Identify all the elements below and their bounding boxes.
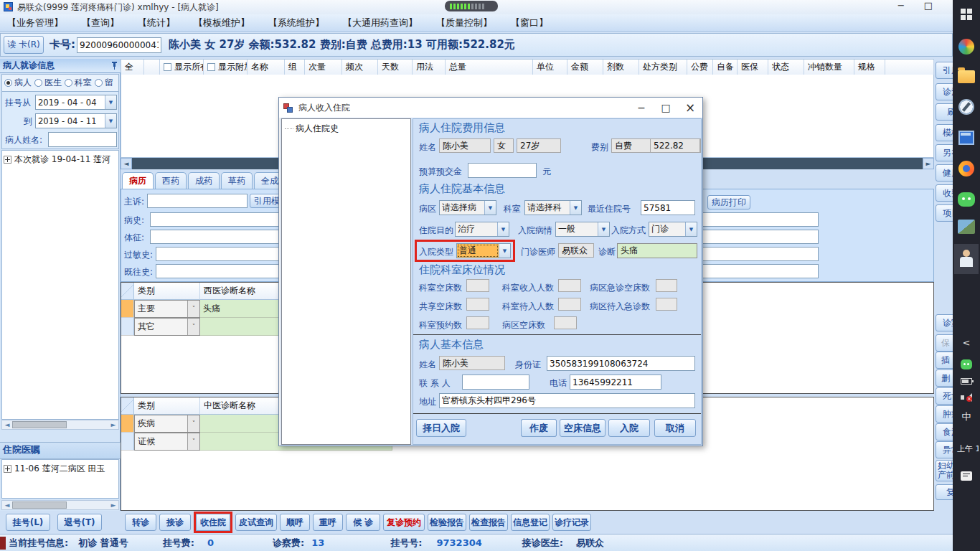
menu-item-business[interactable]: 【业务管理】 — [7, 17, 63, 29]
firefox-icon[interactable] — [958, 161, 974, 176]
refund-button[interactable]: 退号(T) — [57, 514, 102, 531]
diag-type-combo[interactable]: 主要˅ — [134, 300, 200, 318]
admit-type-combo[interactable]: 普通 ▼ — [456, 243, 511, 258]
app-window-icon[interactable] — [958, 131, 974, 145]
admit-confirm-button[interactable]: 入院 — [608, 419, 650, 437]
scroll-right-icon[interactable]: ► — [108, 420, 118, 429]
condition-combo[interactable]: 一般▼ — [555, 222, 610, 237]
radio-stay[interactable] — [95, 79, 103, 87]
scroll-left-icon[interactable]: ◄ — [2, 501, 12, 509]
prepay-input[interactable] — [468, 163, 537, 178]
active-app-icon[interactable] — [954, 244, 979, 274]
menu-item-template[interactable]: 【模板维护】 — [194, 17, 250, 29]
menu-item-system[interactable]: 【系统维护】 — [268, 17, 324, 29]
show-extra-checkbox[interactable]: 显示附加 — [204, 60, 248, 75]
cancel-button[interactable]: 取消 — [654, 419, 696, 437]
dialog-minimize-button[interactable]: − — [629, 102, 654, 113]
call-button[interactable]: 顺呼 — [280, 514, 310, 531]
folder-icon[interactable] — [958, 70, 975, 83]
dept-combo[interactable]: 请选择科▼ — [524, 200, 582, 215]
patient-name-input[interactable] — [48, 132, 117, 147]
scroll-left-icon[interactable]: ◄ — [2, 420, 12, 429]
tab-emr[interactable]: 病历 — [122, 172, 154, 189]
empty-bed-info-button[interactable]: 空床信息 — [560, 419, 606, 437]
tree-item-visit[interactable]: 本次就诊 19-04-11 莲河 — [2, 151, 118, 169]
address-input[interactable] — [439, 393, 695, 408]
start-button[interactable] — [961, 9, 972, 20]
void-button-label-fix[interactable]: 作废 — [521, 419, 557, 437]
scroll-right-icon[interactable]: ► — [108, 501, 118, 509]
tree-item-admission-history[interactable]: 病人住院史 — [282, 119, 410, 138]
visits-tree-hscrollbar[interactable]: ◄ ► — [1, 420, 119, 430]
contact-input[interactable] — [462, 375, 529, 390]
revisit-appointment-button[interactable]: 复诊预约 — [383, 514, 425, 531]
exam-report-button[interactable]: 检查报告 — [469, 514, 508, 531]
notification-icon[interactable] — [961, 471, 972, 481]
radio-doctor[interactable] — [34, 79, 42, 87]
wechat-icon[interactable] — [958, 192, 975, 207]
recent-no-input[interactable] — [641, 200, 695, 215]
orders-tree-hscrollbar[interactable]: ◄ ► — [1, 500, 119, 510]
receive-button[interactable]: 接诊 — [159, 514, 191, 531]
read-card-button[interactable]: 读 卡(R) — [4, 36, 44, 54]
date-to-picker[interactable]: 2019 - 04 - 11 ▼ — [35, 113, 117, 128]
recall-button[interactable]: 重呼 — [313, 514, 343, 531]
clock[interactable]: 上午 1 — [954, 443, 979, 454]
info-register-button[interactable]: 信息登记 — [511, 514, 550, 531]
date-from-picker[interactable]: 2019 - 04 - 04 ▼ — [35, 95, 117, 110]
dialog-close-button[interactable]: × — [678, 100, 702, 115]
diag-type-combo[interactable]: 其它˅ — [134, 318, 200, 336]
diagnosis-value[interactable]: 头痛 — [617, 243, 697, 258]
tree-item-order[interactable]: 11-06 莲河二病区 田玉 — [2, 460, 118, 478]
browser-icon[interactable] — [958, 39, 974, 55]
menu-item-stats[interactable]: 【统计】 — [138, 17, 175, 29]
diag-type-combo[interactable]: 证候˅ — [134, 433, 200, 451]
tray-wechat-icon[interactable] — [961, 359, 972, 369]
emr-print-button[interactable]: 病历打印 — [707, 195, 750, 209]
show-all-checkbox[interactable]: 显示所有 — [160, 60, 204, 75]
minimize-button[interactable]: − — [890, 0, 913, 13]
menu-item-drug-query[interactable]: 【大通用药查询】 — [343, 17, 418, 29]
compass-icon[interactable] — [958, 99, 974, 115]
id-input[interactable] — [547, 356, 695, 371]
tab-patent-drug[interactable]: 成药 — [188, 172, 220, 189]
card-no-input[interactable] — [77, 37, 161, 53]
scroll-left-icon[interactable]: ◄ — [121, 158, 132, 169]
radio-patient[interactable] — [4, 79, 12, 87]
chevron-down-icon[interactable]: ▼ — [105, 95, 116, 109]
pin-icon[interactable] — [111, 62, 118, 70]
radio-dept[interactable] — [65, 79, 72, 87]
volume-muted-icon[interactable]: × — [961, 393, 972, 402]
ime-indicator[interactable]: 中 — [962, 410, 971, 423]
menu-item-quality[interactable]: 【质量控制】 — [436, 17, 492, 29]
expand-icon[interactable] — [4, 465, 11, 473]
ward-combo[interactable]: 请选择病▼ — [439, 200, 496, 215]
admit-button[interactable]: 收住院 — [196, 514, 230, 531]
scroll-right-icon[interactable]: ► — [923, 158, 934, 169]
checkbox-icon[interactable] — [207, 63, 215, 71]
diag-type-combo[interactable]: 疾病˅ — [134, 415, 200, 433]
register-button[interactable]: 挂号(L) — [6, 514, 50, 531]
skin-test-button[interactable]: 皮试查询 — [235, 514, 277, 531]
tab-herbal[interactable]: 草药 — [221, 172, 253, 189]
expand-icon[interactable] — [4, 156, 11, 164]
dialog-maximize-button[interactable]: □ — [654, 102, 678, 113]
phone-input[interactable] — [570, 375, 661, 390]
tray-chevron-icon[interactable]: < — [963, 337, 971, 348]
transfer-button[interactable]: 转诊 — [125, 514, 156, 531]
purpose-combo[interactable]: 治疗▼ — [455, 222, 509, 237]
treatment-record-button[interactable]: 诊疗记录 — [552, 514, 591, 531]
lab-report-button[interactable]: 检验报告 — [428, 514, 466, 531]
battery-icon[interactable] — [961, 378, 972, 385]
menu-item-window[interactable]: 【窗口】 — [511, 17, 548, 29]
menu-item-query[interactable]: 【查询】 — [82, 17, 119, 29]
admit-way-combo[interactable]: 门诊▼ — [649, 222, 697, 237]
photos-icon[interactable] — [958, 220, 975, 234]
checkbox-icon[interactable] — [164, 63, 171, 71]
tab-western-drug[interactable]: 西药 — [155, 172, 187, 189]
chevron-down-icon[interactable]: ▼ — [105, 114, 116, 128]
chief-complaint-input[interactable] — [147, 194, 248, 208]
scheduled-admission-button[interactable]: 择日入院 — [416, 419, 466, 437]
restore-button[interactable]: □ — [917, 0, 940, 13]
waiting-button[interactable]: 候 诊 — [346, 514, 380, 531]
